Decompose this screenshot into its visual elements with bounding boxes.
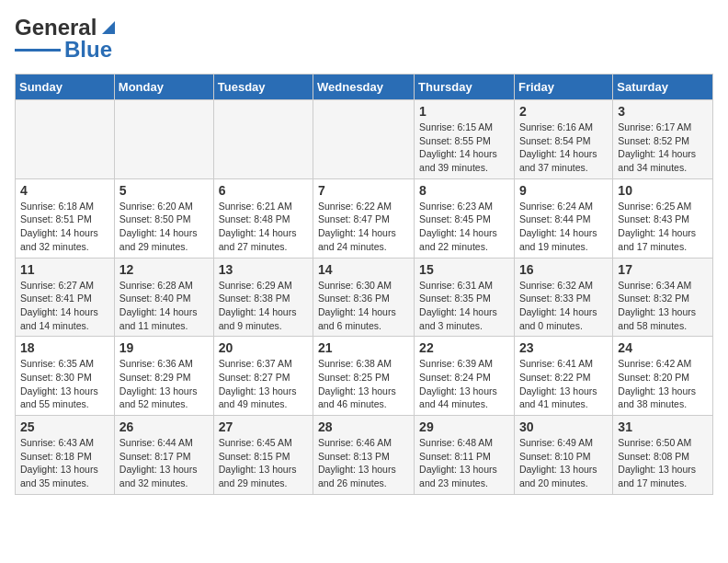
day-info: Sunrise: 6:44 AM Sunset: 8:17 PM Dayligh…	[119, 436, 209, 490]
day-info: Sunrise: 6:29 AM Sunset: 8:38 PM Dayligh…	[219, 279, 308, 333]
day-cell: 26Sunrise: 6:44 AM Sunset: 8:17 PM Dayli…	[114, 416, 213, 495]
day-cell: 11Sunrise: 6:27 AM Sunset: 8:41 PM Dayli…	[16, 258, 115, 337]
day-info: Sunrise: 6:23 AM Sunset: 8:45 PM Dayligh…	[419, 200, 509, 254]
logo: General Blue	[15, 15, 119, 63]
day-info: Sunrise: 6:46 AM Sunset: 8:13 PM Dayligh…	[318, 436, 409, 490]
day-cell: 21Sunrise: 6:38 AM Sunset: 8:25 PM Dayli…	[313, 337, 415, 416]
day-info: Sunrise: 6:25 AM Sunset: 8:43 PM Dayligh…	[618, 200, 708, 254]
day-cell: 4Sunrise: 6:18 AM Sunset: 8:51 PM Daylig…	[16, 178, 115, 258]
day-number: 31	[618, 419, 708, 434]
header-wednesday: Wednesday	[313, 75, 415, 100]
day-number: 28	[318, 419, 409, 434]
day-cell: 9Sunrise: 6:24 AM Sunset: 8:44 PM Daylig…	[514, 178, 612, 258]
day-cell: 25Sunrise: 6:43 AM Sunset: 8:18 PM Dayli…	[16, 416, 115, 495]
page-header: General Blue	[15, 15, 713, 63]
day-cell: 18Sunrise: 6:35 AM Sunset: 8:30 PM Dayli…	[16, 337, 115, 416]
day-number: 9	[519, 183, 608, 198]
day-cell: 1Sunrise: 6:15 AM Sunset: 8:55 PM Daylig…	[415, 100, 515, 179]
header-row: SundayMondayTuesdayWednesdayThursdayFrid…	[16, 75, 713, 100]
day-number: 11	[20, 262, 109, 277]
header-saturday: Saturday	[613, 75, 713, 100]
week-row-3: 11Sunrise: 6:27 AM Sunset: 8:41 PM Dayli…	[16, 258, 713, 337]
day-number: 15	[419, 262, 509, 277]
day-number: 23	[519, 340, 608, 355]
day-info: Sunrise: 6:45 AM Sunset: 8:15 PM Dayligh…	[219, 436, 308, 490]
day-info: Sunrise: 6:28 AM Sunset: 8:40 PM Dayligh…	[119, 279, 209, 333]
header-sunday: Sunday	[16, 75, 115, 100]
day-info: Sunrise: 6:20 AM Sunset: 8:50 PM Dayligh…	[119, 200, 209, 254]
day-info: Sunrise: 6:32 AM Sunset: 8:33 PM Dayligh…	[519, 279, 608, 333]
svg-marker-0	[102, 21, 115, 34]
day-number: 8	[419, 183, 509, 198]
day-number: 5	[119, 183, 209, 198]
day-info: Sunrise: 6:41 AM Sunset: 8:22 PM Dayligh…	[519, 357, 608, 411]
day-cell	[114, 100, 213, 179]
day-number: 25	[20, 419, 109, 434]
day-cell: 10Sunrise: 6:25 AM Sunset: 8:43 PM Dayli…	[613, 178, 713, 258]
week-row-5: 25Sunrise: 6:43 AM Sunset: 8:18 PM Dayli…	[16, 416, 713, 495]
day-number: 4	[20, 183, 109, 198]
day-number: 22	[419, 340, 509, 355]
day-cell: 6Sunrise: 6:21 AM Sunset: 8:48 PM Daylig…	[213, 178, 313, 258]
day-info: Sunrise: 6:22 AM Sunset: 8:47 PM Dayligh…	[318, 200, 409, 254]
day-info: Sunrise: 6:39 AM Sunset: 8:24 PM Dayligh…	[419, 357, 509, 411]
day-cell: 30Sunrise: 6:49 AM Sunset: 8:10 PM Dayli…	[514, 416, 612, 495]
day-number: 6	[219, 183, 308, 198]
day-cell: 3Sunrise: 6:17 AM Sunset: 8:52 PM Daylig…	[613, 100, 713, 179]
day-cell: 14Sunrise: 6:30 AM Sunset: 8:36 PM Dayli…	[313, 258, 415, 337]
day-number: 21	[318, 340, 409, 355]
day-info: Sunrise: 6:50 AM Sunset: 8:08 PM Dayligh…	[618, 436, 708, 490]
day-number: 26	[119, 419, 209, 434]
day-number: 17	[618, 262, 708, 277]
day-info: Sunrise: 6:30 AM Sunset: 8:36 PM Dayligh…	[318, 279, 409, 333]
day-number: 14	[318, 262, 409, 277]
day-number: 19	[119, 340, 209, 355]
day-info: Sunrise: 6:18 AM Sunset: 8:51 PM Dayligh…	[20, 200, 109, 254]
day-number: 7	[318, 183, 409, 198]
day-info: Sunrise: 6:17 AM Sunset: 8:52 PM Dayligh…	[618, 121, 708, 175]
logo-icon	[98, 17, 119, 38]
day-number: 27	[219, 419, 308, 434]
day-cell: 22Sunrise: 6:39 AM Sunset: 8:24 PM Dayli…	[415, 337, 515, 416]
day-info: Sunrise: 6:37 AM Sunset: 8:27 PM Dayligh…	[219, 357, 308, 411]
day-info: Sunrise: 6:24 AM Sunset: 8:44 PM Dayligh…	[519, 200, 608, 254]
week-row-1: 1Sunrise: 6:15 AM Sunset: 8:55 PM Daylig…	[16, 100, 713, 179]
day-number: 16	[519, 262, 608, 277]
day-cell: 24Sunrise: 6:42 AM Sunset: 8:20 PM Dayli…	[613, 337, 713, 416]
day-number: 2	[519, 104, 608, 119]
day-cell: 8Sunrise: 6:23 AM Sunset: 8:45 PM Daylig…	[415, 178, 515, 258]
day-number: 1	[419, 104, 509, 119]
day-cell: 23Sunrise: 6:41 AM Sunset: 8:22 PM Dayli…	[514, 337, 612, 416]
day-cell: 16Sunrise: 6:32 AM Sunset: 8:33 PM Dayli…	[514, 258, 612, 337]
header-monday: Monday	[114, 75, 213, 100]
day-cell: 29Sunrise: 6:48 AM Sunset: 8:11 PM Dayli…	[415, 416, 515, 495]
header-tuesday: Tuesday	[213, 75, 313, 100]
day-info: Sunrise: 6:43 AM Sunset: 8:18 PM Dayligh…	[20, 436, 109, 490]
day-info: Sunrise: 6:48 AM Sunset: 8:11 PM Dayligh…	[419, 436, 509, 490]
day-info: Sunrise: 6:16 AM Sunset: 8:54 PM Dayligh…	[519, 121, 608, 175]
day-cell: 19Sunrise: 6:36 AM Sunset: 8:29 PM Dayli…	[114, 337, 213, 416]
day-cell: 15Sunrise: 6:31 AM Sunset: 8:35 PM Dayli…	[415, 258, 515, 337]
day-info: Sunrise: 6:21 AM Sunset: 8:48 PM Dayligh…	[219, 200, 308, 254]
day-cell	[16, 100, 115, 179]
day-info: Sunrise: 6:35 AM Sunset: 8:30 PM Dayligh…	[20, 357, 109, 411]
week-row-2: 4Sunrise: 6:18 AM Sunset: 8:51 PM Daylig…	[16, 178, 713, 258]
day-info: Sunrise: 6:49 AM Sunset: 8:10 PM Dayligh…	[519, 436, 608, 490]
header-friday: Friday	[514, 75, 612, 100]
day-cell: 31Sunrise: 6:50 AM Sunset: 8:08 PM Dayli…	[613, 416, 713, 495]
day-info: Sunrise: 6:38 AM Sunset: 8:25 PM Dayligh…	[318, 357, 409, 411]
day-cell: 17Sunrise: 6:34 AM Sunset: 8:32 PM Dayli…	[613, 258, 713, 337]
logo-blue: Blue	[64, 37, 112, 63]
day-cell: 5Sunrise: 6:20 AM Sunset: 8:50 PM Daylig…	[114, 178, 213, 258]
day-cell: 7Sunrise: 6:22 AM Sunset: 8:47 PM Daylig…	[313, 178, 415, 258]
day-number: 20	[219, 340, 308, 355]
day-number: 29	[419, 419, 509, 434]
day-info: Sunrise: 6:15 AM Sunset: 8:55 PM Dayligh…	[419, 121, 509, 175]
day-cell: 20Sunrise: 6:37 AM Sunset: 8:27 PM Dayli…	[213, 337, 313, 416]
day-number: 12	[119, 262, 209, 277]
day-cell: 12Sunrise: 6:28 AM Sunset: 8:40 PM Dayli…	[114, 258, 213, 337]
day-number: 24	[618, 340, 708, 355]
day-number: 30	[519, 419, 608, 434]
day-number: 10	[618, 183, 708, 198]
day-cell: 2Sunrise: 6:16 AM Sunset: 8:54 PM Daylig…	[514, 100, 612, 179]
